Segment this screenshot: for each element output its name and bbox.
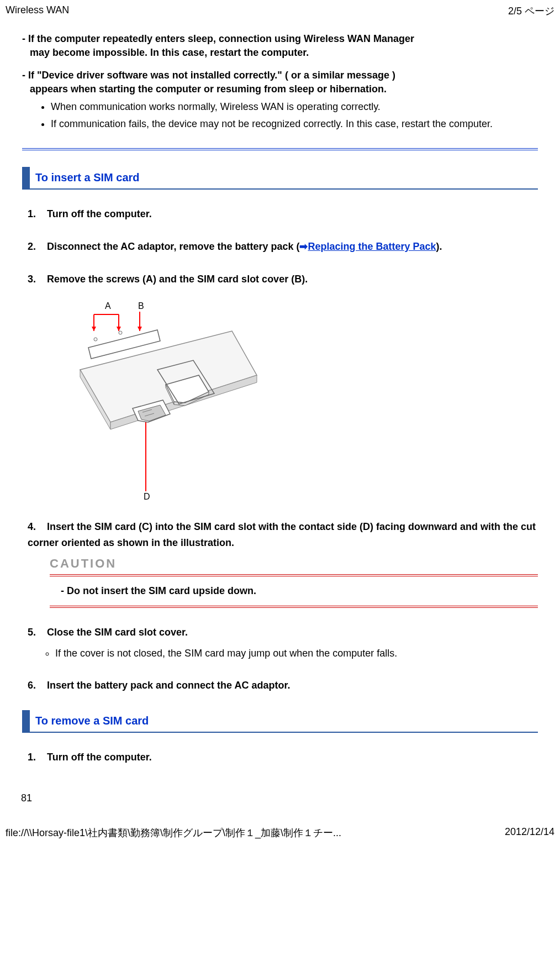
step-2-text-post: ). [436,241,442,252]
svg-point-11 [94,338,97,341]
section-remove-sim: To remove a SIM card [22,710,538,733]
footer-date: 2012/12/14 [505,826,554,839]
step-5: 5. Close the SIM card slot cover. [22,624,538,641]
doc-title: Wireless WAN [6,4,69,18]
step-3-text: Remove the screws (A) and the SIM card s… [47,274,308,285]
divider [22,148,538,150]
step-5-sub: If the cover is not closed, the SIM card… [55,646,538,661]
section-title-2: To remove a SIM card [35,710,149,732]
step-2: 2. Disconnect the AC adaptor, remove the… [22,239,538,255]
note-2-line2: appears when starting the computer or re… [22,83,538,95]
step-3-num: 3. [28,271,44,287]
step-4-text: Insert the SIM card (C) into the SIM car… [28,521,536,548]
step-6-text: Insert the battery pack and connect the … [47,680,290,691]
page-indicator: 2/5 ページ [508,4,554,18]
note-2-bullet-2: If communication fails, the device may n… [51,117,538,132]
svg-point-12 [119,331,122,334]
caution-divider-bottom [50,606,538,608]
note-2-bullet-1: When communication works normally, Wirel… [51,99,538,114]
section-insert-sim: To insert a SIM card [22,167,538,190]
caution-text: - Do not insert the SIM card upside down… [61,585,538,597]
illust-label-d: D [144,492,150,501]
note-2-line1: - If "Device driver software was not ins… [22,70,538,81]
note-2-bullets: When communication works normally, Wirel… [22,99,538,132]
remove-step-1-num: 1. [28,749,44,765]
caution-label: CAUTION [50,556,538,571]
page-number: 81 [0,770,560,804]
step-1-num: 1. [28,206,44,222]
step-5-text: Close the SIM card slot cover. [47,627,188,638]
step-4-num: 4. [28,519,44,535]
arrow-icon: ➡ [299,241,308,252]
step-6: 6. Insert the battery pack and connect t… [22,678,538,694]
note-1-line1: - If the computer repeatedly enters slee… [22,33,538,45]
note-1-line2: may become impossible. In this case, res… [22,47,538,59]
link-replacing-battery[interactable]: Replacing the Battery Pack [308,241,436,252]
caution-divider-top [50,574,538,576]
step-5-num: 5. [28,624,44,641]
step-5-sublist: If the cover is not closed, the SIM card… [22,646,538,661]
step-2-text-pre: Disconnect the AC adaptor, remove the ba… [47,241,299,252]
illust-label-a: A [105,301,111,311]
step-6-num: 6. [28,678,44,694]
step-1: 1. Turn off the computer. [22,206,538,222]
step-3: 3. Remove the screws (A) and the SIM car… [22,271,538,287]
illust-label-b: B [138,301,144,311]
svg-marker-4 [117,327,121,331]
footer-path: file://\\Horsay-file1\社内書類\勤務簿\制作グループ\制作… [6,826,341,839]
section-bar-icon-2 [22,710,30,732]
step-1-text: Turn off the computer. [47,208,152,219]
sim-illustration: A B C D [77,298,260,502]
section-bar-icon [22,167,30,188]
svg-marker-3 [92,327,96,331]
remove-step-1-text: Turn off the computer. [47,752,152,763]
remove-step-1: 1. Turn off the computer. [22,749,538,765]
section-title: To insert a SIM card [35,167,140,188]
svg-marker-6 [138,327,142,331]
step-2-num: 2. [28,239,44,255]
step-4: 4. Insert the SIM card (C) into the SIM … [22,519,538,551]
